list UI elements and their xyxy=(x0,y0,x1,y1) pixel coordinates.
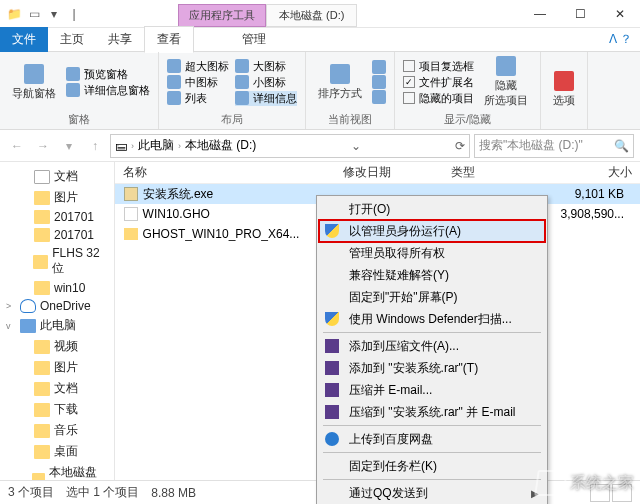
chk-item-checkboxes[interactable]: 项目复选框 xyxy=(403,59,474,74)
folder-icon xyxy=(34,210,50,224)
options-button[interactable]: 选项 xyxy=(549,69,579,110)
tree-item[interactable]: >OneDrive xyxy=(0,297,114,315)
tree-item[interactable]: 201701 xyxy=(0,208,114,226)
menu-item[interactable]: 上传到百度网盘 xyxy=(319,428,545,450)
layout-lg[interactable]: 大图标 xyxy=(235,59,297,74)
menu-item[interactable]: 通过QQ发送到▶ xyxy=(319,482,545,504)
nav-back-button[interactable]: ← xyxy=(6,135,28,157)
view-details-button[interactable] xyxy=(590,484,610,502)
address-bar[interactable]: 🖴 › 此电脑 › 本地磁盘 (D:) ⌄ ⟳ xyxy=(110,134,470,158)
column-headers[interactable]: 名称 修改日期 类型 大小 xyxy=(115,162,640,184)
folder-icon xyxy=(34,403,50,417)
group-options: 选项 xyxy=(541,52,588,129)
menu-item[interactable]: 压缩到 "安装系统.rar" 并 E-mail xyxy=(319,401,545,423)
ribbon: 导航窗格 预览窗格 详细信息窗格 窗格 超大图标 中图标 列表 大图标 小图标 … xyxy=(0,52,640,130)
folder-icon xyxy=(34,191,50,205)
search-input[interactable]: 搜索"本地磁盘 (D:)" 🔍 xyxy=(474,134,634,158)
tree-item[interactable]: 图片 xyxy=(0,357,114,378)
menu-item[interactable]: 使用 Windows Defender扫描... xyxy=(319,308,545,330)
close-button[interactable]: ✕ xyxy=(600,0,640,28)
chevron-right-icon[interactable]: › xyxy=(178,141,181,151)
blank-icon xyxy=(323,288,341,306)
nav-forward-button[interactable]: → xyxy=(32,135,54,157)
group-showhide: 项目复选框 ✓文件扩展名 隐藏的项目 隐藏 所选项目 显示/隐藏 xyxy=(395,52,541,129)
nav-tree[interactable]: 文档图片201701201701FLHS 32位win10>OneDrivev此… xyxy=(0,162,115,480)
folder-icon xyxy=(34,361,50,375)
dropdown-icon[interactable]: ▾ xyxy=(46,6,62,22)
nav-up-button[interactable]: ↑ xyxy=(84,135,106,157)
menu-item[interactable]: 添加到压缩文件(A)... xyxy=(319,335,545,357)
nav-pane-button[interactable]: 导航窗格 xyxy=(8,62,60,103)
tree-item[interactable]: win10 xyxy=(0,279,114,297)
hide-selected-button[interactable]: 隐藏 所选项目 xyxy=(480,54,532,110)
view-icons-button[interactable] xyxy=(612,484,632,502)
col-size[interactable]: 大小 xyxy=(533,164,640,181)
baidu-icon xyxy=(323,430,341,448)
tree-item[interactable]: 文档 xyxy=(0,166,114,187)
minimize-button[interactable]: — xyxy=(520,0,560,28)
menu-item[interactable]: 打开(O) xyxy=(319,198,545,220)
layout-xl[interactable]: 超大图标 xyxy=(167,59,229,74)
blank-icon xyxy=(323,484,341,502)
tree-item[interactable]: 桌面 xyxy=(0,441,114,462)
menu-item[interactable]: 管理员取得所有权 xyxy=(319,242,545,264)
layout-list[interactable]: 列表 xyxy=(167,91,229,106)
layout-md[interactable]: 中图标 xyxy=(167,75,229,90)
menu-item[interactable]: 固定到任务栏(K) xyxy=(319,455,545,477)
ribbon-tabs: 文件 主页 共享 查看 管理 ᐱ ？ xyxy=(0,28,640,52)
rar-icon xyxy=(323,381,341,399)
tree-item[interactable]: 视频 xyxy=(0,336,114,357)
ribbon-collapse-icon[interactable]: ᐱ ？ xyxy=(601,31,640,48)
chk-file-extensions[interactable]: ✓文件扩展名 xyxy=(403,75,474,90)
quick-access-toolbar: 📁 ▭ ▾ | xyxy=(0,6,88,22)
blank-icon xyxy=(323,244,341,262)
tree-item[interactable]: 201701 xyxy=(0,226,114,244)
tree-item[interactable]: 文档 xyxy=(0,378,114,399)
nav-recent-button[interactable]: ▾ xyxy=(58,135,80,157)
col-type[interactable]: 类型 xyxy=(443,164,533,181)
tree-item[interactable]: 音乐 xyxy=(0,420,114,441)
group-sort: 排序方式 当前视图 xyxy=(306,52,395,129)
chk-hidden-items[interactable]: 隐藏的项目 xyxy=(403,91,474,106)
menu-item[interactable]: 压缩并 E-mail... xyxy=(319,379,545,401)
tab-share[interactable]: 共享 xyxy=(96,27,144,52)
tree-item[interactable]: v此电脑 xyxy=(0,315,114,336)
menu-item[interactable]: 添加到 "安装系统.rar"(T) xyxy=(319,357,545,379)
tab-home[interactable]: 主页 xyxy=(48,27,96,52)
folder-icon xyxy=(34,382,50,396)
tree-item[interactable]: 本地磁盘 (C:) xyxy=(0,462,114,480)
menu-item[interactable]: 固定到"开始"屏幕(P) xyxy=(319,286,545,308)
context-menu[interactable]: 打开(O)以管理员身份运行(A)管理员取得所有权兼容性疑难解答(Y)固定到"开始… xyxy=(316,195,548,504)
rar-icon xyxy=(323,359,341,377)
refresh-icon[interactable]: ⟳ xyxy=(455,139,465,153)
tree-item[interactable]: 图片 xyxy=(0,187,114,208)
blank-icon xyxy=(323,200,341,218)
tree-item[interactable]: 下载 xyxy=(0,399,114,420)
maximize-button[interactable]: ☐ xyxy=(560,0,600,28)
col-date[interactable]: 修改日期 xyxy=(335,164,443,181)
dropdown-icon[interactable]: ⌄ xyxy=(351,139,361,153)
chevron-right-icon[interactable]: › xyxy=(131,141,134,151)
folder-icon xyxy=(34,424,50,438)
col-name[interactable]: 名称 xyxy=(115,164,335,181)
menu-item[interactable]: 以管理员身份运行(A) xyxy=(319,220,545,242)
folder-icon xyxy=(34,340,50,354)
menu-item[interactable]: 兼容性疑难解答(Y) xyxy=(319,264,545,286)
tab-view[interactable]: 查看 xyxy=(144,26,194,53)
window-controls: — ☐ ✕ xyxy=(520,0,640,28)
sort-button[interactable]: 排序方式 xyxy=(314,62,366,103)
details-pane-button[interactable]: 详细信息窗格 xyxy=(66,83,150,98)
context-tab-apptools[interactable]: 应用程序工具 xyxy=(178,4,266,27)
blank-icon xyxy=(323,457,341,475)
tab-manage[interactable]: 管理 xyxy=(230,27,278,52)
address-toolbar: ← → ▾ ↑ 🖴 › 此电脑 › 本地磁盘 (D:) ⌄ ⟳ 搜索"本地磁盘 … xyxy=(0,130,640,162)
properties-icon[interactable]: ▭ xyxy=(26,6,42,22)
tree-item[interactable]: FLHS 32位 xyxy=(0,244,114,279)
layout-details[interactable]: 详细信息 xyxy=(235,91,297,106)
tab-file[interactable]: 文件 xyxy=(0,27,48,52)
layout-sm[interactable]: 小图标 xyxy=(235,75,297,90)
breadcrumb-pc[interactable]: 此电脑 xyxy=(138,137,174,154)
title-tabs: 应用程序工具 本地磁盘 (D:) xyxy=(178,0,357,27)
breadcrumb-drive[interactable]: 本地磁盘 (D:) xyxy=(185,137,256,154)
preview-pane-button[interactable]: 预览窗格 xyxy=(66,67,150,82)
